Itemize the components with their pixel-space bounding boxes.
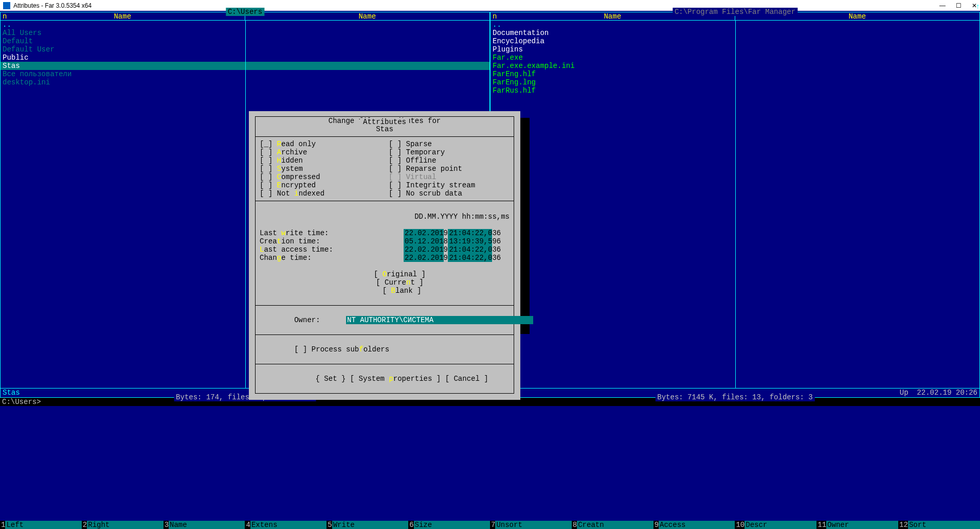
blank-button[interactable]: [ Blank ] [383, 287, 422, 295]
time-header: DD.MM.YYYY hh:mm:ss,ms [256, 204, 514, 229]
left-col-name-1[interactable]: Name [1, 12, 245, 20]
keybar-item-owner[interactable]: 11Owner [816, 521, 898, 529]
keybar: 1Left2Right3Name4Extens5Write6Size7Unsor… [0, 521, 980, 529]
time-row: Last write time:22.02.2019 21:04:22,036 [256, 229, 514, 237]
attr-checkbox[interactable]: [ ] Hidden [256, 156, 385, 165]
right-panel-path[interactable]: C:\Program Files\Far Manager [673, 8, 797, 16]
date-input[interactable]: 22.02.2019 [404, 229, 444, 237]
attr-checkbox[interactable]: [ ] Offline [385, 156, 514, 165]
time-input[interactable]: 21:04:22,036 [448, 245, 492, 254]
attr-checkbox[interactable]: [ ] Not indexed [256, 189, 385, 198]
keybar-item-creatn[interactable]: 8Creatn [572, 521, 654, 529]
terminal-area: C:\Users n Name Name ..All UsersDefaultD… [0, 11, 980, 529]
keybar-item-right[interactable]: 2Right [82, 521, 164, 529]
attributes-dialog[interactable]: Attributes Change file attributes for St… [249, 111, 520, 400]
keybar-item-write[interactable]: 5Write [326, 521, 408, 529]
dialog-title: Attributes [360, 118, 409, 126]
scroll-up-icon[interactable]: ↑ [976, 3, 980, 11]
system-properties-button[interactable]: [ System properties ] [350, 375, 441, 383]
panel-divider [735, 21, 736, 388]
app-icon [3, 2, 10, 9]
left-col-name-2[interactable]: Name [245, 12, 490, 20]
attr-checkbox[interactable]: [ ] Reparse point [385, 165, 514, 173]
time-row: Change time:22.02.2019 21:04:22,036 [256, 254, 514, 262]
cancel-button[interactable]: [ Cancel ] [445, 375, 488, 383]
attr-checkbox[interactable]: [ ] Integrity stream [385, 181, 514, 189]
dialog-target-name: Stas [256, 125, 514, 133]
attr-checkbox: [ ] Virtual [385, 173, 514, 181]
window-minimize-button[interactable]: — [939, 2, 946, 9]
keybar-item-size[interactable]: 6Size [408, 521, 490, 529]
owner-row: Owner: NT AUTHORITY\СИСТЕМА [256, 308, 514, 332]
keybar-item-extens[interactable]: 4Extens [245, 521, 326, 529]
dialog-buttons-row: { Set } [ System properties ] [ Cancel ] [256, 366, 514, 391]
time-buttons-row: [ Original ] [ Current ] [ Blank ] [256, 262, 514, 303]
date-input[interactable]: 22.02.2019 [404, 254, 444, 262]
process-subfolders-checkbox[interactable]: [ ] Process subfolders [256, 337, 514, 362]
attr-checkbox[interactable]: [ ] Compressed [256, 173, 385, 181]
owner-input[interactable]: NT AUTHORITY\СИСТЕМА [346, 316, 533, 324]
attr-checkbox[interactable]: [ ] No scrub data [385, 189, 514, 198]
right-panel[interactable]: C:\Program Files\Far Manager n Name Name… [490, 12, 980, 398]
attr-checkbox[interactable]: [ ] Sparse [385, 140, 514, 148]
window-maximize-button[interactable]: ☐ [956, 2, 961, 9]
original-button[interactable]: [ Original ] [374, 270, 430, 278]
date-input[interactable]: 05.12.2018 [404, 237, 444, 245]
attr-checkbox[interactable]: [ ] Temporary [385, 148, 514, 156]
attr-checkbox[interactable]: [ ] Archive [256, 148, 385, 156]
time-input[interactable]: 21:04:22,036 [448, 254, 492, 262]
attr-checkbox[interactable]: [ ] Encrypted [256, 181, 385, 189]
time-input[interactable]: 13:19:39,596 [448, 237, 492, 245]
window-titlebar: Attributes - Far 3.0.5354 x64 — ☐ ✕ [0, 0, 980, 11]
attr-checkbox[interactable]: [ ] System [256, 165, 385, 173]
keybar-item-descr[interactable]: 10Descr [735, 521, 816, 529]
time-input[interactable]: 21:04:22,036 [448, 229, 492, 237]
keybar-item-name[interactable]: 3Name [164, 521, 245, 529]
attr-checkbox[interactable]: [_] Read only [256, 140, 385, 148]
time-row: Creation time:05.12.2018 13:19:39,596 [256, 237, 514, 245]
current-button[interactable]: [ Current ] [376, 278, 428, 287]
panel-divider [245, 21, 246, 388]
keybar-item-left[interactable]: 1Left [0, 521, 82, 529]
left-panel-path[interactable]: C:\Users [226, 8, 264, 16]
keybar-item-unsort[interactable]: 7Unsort [490, 521, 572, 529]
date-input[interactable]: 22.02.2019 [404, 245, 444, 254]
set-button[interactable]: { Set } [316, 375, 346, 383]
time-row: Last access time:22.02.2019 21:04:22,036 [256, 245, 514, 254]
keybar-item-sort[interactable]: 12Sort [898, 521, 980, 529]
right-panel-summary: Bytes: 7145 K, files: 13, folders: 3 [655, 393, 814, 401]
window-title: Attributes - Far 3.0.5354 x64 [13, 2, 92, 9]
keybar-item-access[interactable]: 9Access [654, 521, 735, 529]
